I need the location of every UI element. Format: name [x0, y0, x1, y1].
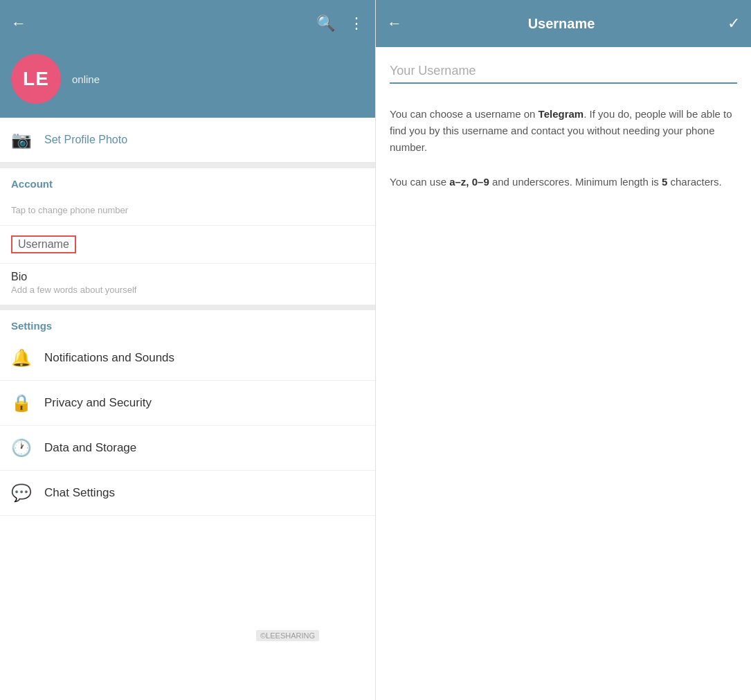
back-button[interactable]: ←: [11, 15, 26, 33]
more-button[interactable]: ⋮: [349, 15, 364, 33]
chat-settings-label: Chat Settings: [44, 486, 115, 500]
set-photo-row[interactable]: 📷 Set Profile Photo: [0, 118, 375, 163]
search-button[interactable]: 🔍: [316, 15, 335, 33]
username-label: Username: [11, 235, 76, 253]
camera-icon: 📷: [11, 130, 32, 150]
rules-chars-bold: a–z, 0–9: [449, 176, 489, 188]
profile-area: LE online: [0, 47, 375, 118]
set-photo-label: Set Profile Photo: [44, 134, 127, 146]
left-header: ← 🔍 ⋮: [0, 0, 375, 47]
privacy-label: Privacy and Security: [44, 396, 152, 410]
username-rules: You can use a–z, 0–9 and underscores. Mi…: [376, 167, 751, 197]
notifications-row[interactable]: 🔔 Notifications and Sounds: [0, 336, 375, 381]
right-header: ← Username ✓: [376, 0, 751, 47]
telegram-bold: Telegram: [539, 108, 584, 120]
avatar: LE: [11, 54, 61, 104]
data-storage-row[interactable]: 🕐 Data and Storage: [0, 426, 375, 471]
chat-settings-row[interactable]: 💬 Chat Settings: [0, 471, 375, 516]
username-input-area: [376, 47, 751, 95]
bio-label: Bio: [11, 271, 364, 283]
right-panel: ← Username ✓ You can choose a username o…: [376, 0, 751, 700]
right-back-button[interactable]: ←: [387, 15, 402, 33]
settings-items: 🔔 Notifications and Sounds 🔒 Privacy and…: [0, 336, 375, 516]
username-input[interactable]: [390, 64, 737, 84]
left-panel: ← 🔍 ⋮ LE online 📷 Set Profile Photo Acco…: [0, 0, 376, 700]
clock-icon: 🕐: [11, 438, 32, 458]
username-row[interactable]: Username: [0, 226, 375, 264]
chat-icon: 💬: [11, 483, 32, 503]
settings-section-label: Settings: [0, 310, 375, 336]
data-storage-label: Data and Storage: [44, 441, 136, 455]
online-status: online: [72, 73, 100, 85]
header-right-icons: 🔍 ⋮: [316, 15, 364, 33]
lock-icon: 🔒: [11, 393, 32, 413]
bell-icon: 🔔: [11, 348, 32, 368]
header-left-icons: ←: [11, 15, 26, 33]
notifications-label: Notifications and Sounds: [44, 351, 174, 365]
divider-2: [0, 305, 375, 310]
username-description: You can choose a username on Telegram. I…: [376, 95, 751, 167]
rules-length-bold: 5: [662, 176, 667, 188]
account-section-label: Account: [0, 168, 375, 194]
right-check-button[interactable]: ✓: [727, 15, 740, 33]
phone-row[interactable]: Tap to change phone number: [0, 194, 375, 226]
privacy-row[interactable]: 🔒 Privacy and Security: [0, 381, 375, 426]
right-header-title: Username: [402, 16, 721, 32]
phone-placeholder: Tap to change phone number: [11, 205, 364, 215]
bio-sub: Add a few words about yourself: [11, 285, 364, 295]
divider-1: [0, 163, 375, 168]
watermark: ©LEESHARING: [256, 630, 319, 641]
bio-row[interactable]: Bio Add a few words about yourself: [0, 264, 375, 305]
